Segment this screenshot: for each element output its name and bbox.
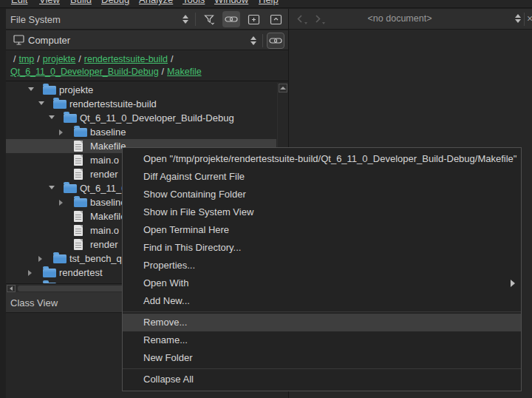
close-pane-icon[interactable] (267, 11, 284, 27)
chevron-right-icon[interactable] (38, 256, 42, 262)
menu-item-label: New Folder (143, 352, 192, 363)
tree-item-label: tst_bench_q (69, 253, 122, 264)
chevron-right-icon[interactable] (59, 200, 63, 206)
menu-item-find-in-this-directory[interactable]: Find in This Directory... (123, 239, 521, 257)
file-icon (74, 225, 83, 236)
tree-item-label: render (90, 169, 118, 180)
context-menu: Open "/tmp/projekte/rendertestsuite-buil… (122, 147, 522, 391)
chevron-right-icon[interactable] (28, 270, 32, 276)
filter-icon[interactable] (200, 11, 218, 27)
file-system-panel-header: File System (6, 9, 288, 30)
chevron-down-icon[interactable] (49, 186, 55, 189)
menu-item-add-new[interactable]: Add New... (123, 292, 521, 310)
folder-icon (64, 114, 77, 123)
breadcrumb-link[interactable]: Qt_6_11_0_Developer_Build-Debug (10, 67, 159, 77)
breadcrumb-separator: / (171, 54, 173, 64)
tree-item-label: Qt_6_11_0 (80, 183, 126, 194)
breadcrumb-link[interactable]: tmp (18, 54, 34, 64)
file-icon (74, 239, 83, 250)
tree-item-label: main.o (90, 155, 119, 166)
synchronize-link-icon[interactable] (222, 11, 240, 27)
breadcrumb: /tmp/projekte/rendertestsuite-build/Qt_6… (6, 50, 288, 81)
folder-icon (43, 86, 56, 95)
menu-view[interactable]: View (39, 0, 60, 5)
tree-item-label: Makefile (90, 141, 126, 152)
toolbar-separator (524, 13, 525, 26)
scroll-up-icon[interactable] (279, 84, 287, 92)
toolbar-separator (262, 34, 263, 47)
document-updown-icon[interactable] (513, 14, 523, 23)
breadcrumb-link[interactable]: Makefile (167, 67, 202, 77)
tree-item-label: rendertestsuite-build (69, 98, 157, 109)
chevron-right-icon[interactable] (59, 129, 63, 135)
link-icon[interactable] (267, 33, 284, 49)
close-document-icon[interactable]: × (527, 13, 532, 24)
menu-tools[interactable]: Tools (183, 0, 205, 5)
menu-item-open-with[interactable]: Open With (123, 274, 521, 292)
file-icon (74, 211, 83, 222)
tree-row-rendertestsuite-build[interactable]: rendertestsuite-build (6, 97, 276, 111)
tree-item-label: baseline (90, 127, 126, 138)
tree-row-baseline[interactable]: baseline (6, 125, 276, 139)
tree-item-label: projekte (59, 84, 93, 95)
root-directory-combobox[interactable]: Computer (6, 30, 288, 50)
menu-item-show-containing-folder[interactable]: Show Containing Folder (123, 186, 521, 203)
tree-item-label: Makefile (90, 211, 126, 222)
menu-help[interactable]: Help (259, 0, 279, 5)
menu-item-diff-against-current-file[interactable]: Diff Against Current File (123, 168, 521, 186)
panel-selector-updown-icon[interactable] (180, 15, 191, 24)
breadcrumb-separator: / (13, 54, 16, 64)
menu-item-open-tmp-projekte-rendertestsu[interactable]: Open "/tmp/projekte/rendertestsuite-buil… (123, 150, 521, 168)
menu-item-show-in-file-system-view[interactable]: Show in File System View (123, 203, 521, 221)
chevron-down-icon[interactable] (28, 87, 34, 91)
panel-title: File System (10, 14, 61, 25)
menu-window[interactable]: Window (214, 0, 248, 5)
menu-item-rename[interactable]: Rename... (123, 331, 521, 349)
menu-separator (123, 368, 521, 369)
menu-debug[interactable]: Debug (101, 0, 129, 5)
scroll-left-icon[interactable] (7, 285, 16, 292)
menu-item-remove[interactable]: Remove... (123, 314, 521, 331)
menu-item-label: Open With (143, 277, 188, 289)
computer-icon (13, 34, 25, 49)
document-selector[interactable]: <no document> (289, 13, 511, 24)
menu-analyze[interactable]: Analyze (139, 0, 173, 5)
breadcrumb-link[interactable]: rendertestsuite-build (84, 54, 168, 64)
computer-row-controls (248, 30, 284, 51)
menu-item-properties[interactable]: Properties... (123, 257, 521, 274)
folder-icon (74, 198, 87, 207)
menu-item-label: Add New... (143, 295, 190, 306)
menu-item-label: Open "/tmp/projekte/rendertestsuite-buil… (143, 153, 516, 164)
menu-build[interactable]: Build (70, 0, 92, 5)
submenu-arrow-icon (511, 280, 515, 287)
split-icon[interactable] (245, 11, 262, 27)
folder-icon (53, 100, 66, 109)
tree-item-label: rendertest (59, 267, 103, 278)
menu-item-new-folder[interactable]: New Folder (123, 349, 521, 367)
tree-item-label: Qt_6_11_0_Developer_Build-Debug (80, 112, 234, 124)
menu-item-collapse-all[interactable]: Collapse All (123, 371, 521, 388)
folder-icon (53, 254, 66, 263)
menu-item-open-terminal-here[interactable]: Open Terminal Here (123, 221, 521, 239)
menu-item-label: Rename... (143, 334, 188, 345)
menu-item-label: Remove... (143, 317, 187, 328)
chevron-down-icon[interactable] (49, 115, 55, 119)
toolbar-separator (195, 13, 196, 26)
qt-creator-window: EditViewBuildDebugAnalyzeToolsWindowHelp… (0, 0, 532, 398)
breadcrumb-link[interactable]: projekte (43, 54, 75, 64)
menu-item-label: Diff Against Current File (143, 171, 245, 182)
tree-row-qt-6-11-0-developer-build-debug[interactable]: Qt_6_11_0_Developer_Build-Debug (6, 111, 276, 125)
combo-updown-icon[interactable] (248, 36, 259, 45)
tree-row-projekte[interactable]: projekte (6, 83, 276, 97)
chevron-down-icon[interactable] (38, 101, 44, 105)
breadcrumb-separator: / (162, 67, 164, 77)
menu-edit[interactable]: Edit (11, 0, 27, 5)
menu-item-label: Open Terminal Here (143, 224, 229, 235)
menu-item-label: Find in This Directory... (143, 242, 241, 253)
folder-icon (64, 184, 77, 193)
panel-toolbar (180, 9, 284, 30)
menu-item-label: Show in File System View (143, 206, 253, 217)
menu-item-label: Show Containing Folder (143, 189, 246, 200)
breadcrumb-separator: / (37, 54, 39, 64)
folder-icon (74, 128, 87, 137)
